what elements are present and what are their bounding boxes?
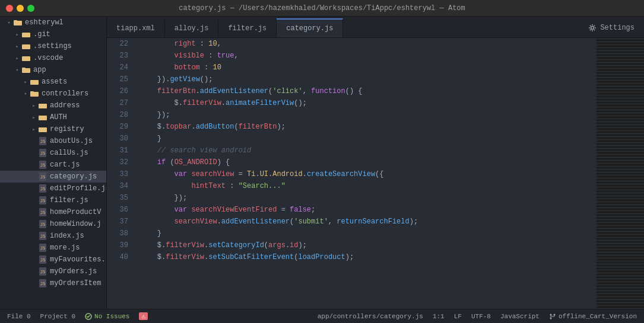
svg-rect-3 [22, 44, 30, 49]
sidebar-item-app[interactable]: ▾ app [0, 64, 106, 76]
svg-rect-2 [22, 33, 30, 37]
folder-open-icon [30, 89, 39, 98]
folder-icon [38, 113, 47, 122]
sidebar-item-label: more.js [50, 244, 80, 252]
tab-tiapp[interactable]: tiapp.xml [107, 18, 165, 37]
tab-alloy[interactable]: alloy.js [165, 18, 219, 37]
sidebar-item-myorders[interactable]: ▸ JS myOrders.js [0, 266, 106, 277]
sidebar-item-label: .vscode [33, 54, 63, 62]
svg-text:JS: JS [40, 258, 45, 263]
svg-text:JS: JS [40, 199, 45, 203]
settings-tab[interactable]: Settings [579, 18, 644, 37]
sidebar-item-label: controllers [42, 89, 88, 98]
code-line-33: var searchView = Ti.UI.Android.createSea… [140, 168, 597, 180]
status-no-issues[interactable]: No Issues [85, 313, 129, 320]
sidebar-item-label: editProfile.js [50, 184, 106, 193]
file-tree: ▾ eshterywl ▸ .git ▸ .settings [0, 17, 107, 309]
sidebar-item-homewindow[interactable]: ▸ JS homeWindow.j [0, 218, 106, 230]
gear-icon [588, 24, 597, 32]
sidebar-item-category[interactable]: ▸ JS category.js [0, 171, 106, 183]
svg-point-39 [591, 27, 594, 30]
code-line-39: $.filterViw.setCategoryId(args.id); [140, 239, 597, 251]
svg-point-42 [553, 314, 555, 315]
sidebar-item-label: cart.js [50, 161, 80, 169]
sidebar-item-address[interactable]: ▸ address [0, 100, 106, 111]
sidebar-item-label: app [33, 66, 46, 74]
code-line-25: }).getView(); [140, 73, 597, 85]
tab-category[interactable]: category.js [277, 18, 343, 37]
sidebar-item-settings[interactable]: ▸ .settings [0, 40, 106, 52]
js-file-icon: JS [38, 160, 47, 170]
svg-rect-4 [22, 56, 30, 61]
js-file-icon: JS [38, 255, 47, 264]
chevron-right-icon: ▸ [13, 54, 21, 62]
status-path: app/controllers/category.js [318, 313, 423, 320]
sidebar-item-controllers[interactable]: ▾ controllers [0, 88, 106, 100]
chevron-right-icon: ▸ [13, 42, 21, 50]
status-project[interactable]: Project 0 [40, 313, 75, 320]
folder-icon [30, 77, 39, 87]
sidebar-item-more[interactable]: ▸ JS more.js [0, 242, 106, 254]
status-encoding: UTF-8 [471, 313, 491, 320]
code-line-38: } [140, 228, 597, 239]
minimize-button[interactable] [17, 5, 24, 12]
js-file-icon: JS [38, 267, 47, 276]
sidebar-item-git[interactable]: ▸ .git [0, 28, 106, 40]
svg-rect-11 [39, 116, 47, 120]
svg-rect-7 [30, 80, 39, 85]
sidebar-item-homeproductv[interactable]: ▸ JS homeProductV [0, 206, 106, 218]
code-line-40: $.filterViw.setSubCatFilterEvent(loadPro… [140, 251, 597, 263]
js-file-icon: JS [38, 136, 47, 146]
status-error-badge[interactable]: ⚠ [139, 312, 148, 320]
folder-icon [38, 124, 47, 134]
svg-text:JS: JS [40, 234, 45, 239]
chevron-right-icon: ▸ [13, 30, 21, 39]
chevron-right-icon: ▸ [30, 101, 38, 110]
sidebar-item-label: .git [33, 30, 50, 39]
js-file-icon: JS [38, 148, 47, 158]
sidebar-item-aboutus[interactable]: ▸ JS aboutUs.js [0, 135, 106, 147]
tab-filter[interactable]: filter.js [218, 18, 277, 37]
sidebar-item-index[interactable]: ▸ JS index.js [0, 230, 106, 242]
chevron-right-icon: ▸ [21, 78, 30, 86]
sidebar-item-label: filter.js [50, 196, 88, 204]
minimap [597, 38, 644, 309]
sidebar-item-cart[interactable]: ▸ JS cart.js [0, 159, 106, 171]
sidebar-item-label: AUTH [50, 113, 67, 121]
svg-rect-9 [30, 92, 39, 97]
sidebar-item-auth[interactable]: ▸ AUTH [0, 111, 106, 123]
window-controls [6, 5, 34, 12]
js-file-icon: JS [38, 184, 47, 193]
status-line-ending: LF [454, 313, 462, 320]
code-lines[interactable]: right : 10, visible : true, bottom : 10 … [135, 38, 597, 309]
sidebar-item-vscode[interactable]: ▸ .vscode [0, 52, 106, 64]
sidebar-item-assets[interactable]: ▸ assets [0, 76, 106, 88]
svg-rect-10 [39, 104, 47, 108]
close-button[interactable] [6, 5, 13, 12]
chevron-down-icon: ▾ [13, 66, 21, 74]
titlebar: category.js — /Users/hazemkhaled/Workspa… [0, 0, 644, 17]
status-language[interactable]: JavaScript [500, 313, 540, 320]
code-line-22: right : 10, [140, 38, 597, 50]
folder-icon [21, 53, 31, 63]
svg-rect-1 [14, 21, 22, 25]
sidebar-item-myfavourites[interactable]: ▸ JS myFavourites. [0, 254, 106, 266]
sidebar-item-project-root[interactable]: ▾ eshterywl [0, 17, 106, 28]
sidebar-item-label: registry [50, 125, 84, 133]
sidebar-item-filter[interactable]: ▸ JS filter.js [0, 194, 106, 206]
status-file[interactable]: File 0 [7, 313, 31, 320]
code-line-32: if (OS_ANDROID) { [140, 156, 597, 168]
sidebar-item-registry[interactable]: ▸ registry [0, 123, 106, 135]
sidebar-item-callus[interactable]: ▸ JS callUs.js [0, 147, 106, 159]
code-line-34: hintText : "Search..." [140, 180, 597, 192]
code-editor[interactable]: 22 23 24 25 26 27 28 29 30 31 32 33 34 3… [107, 38, 644, 309]
folder-icon [38, 101, 47, 110]
svg-rect-6 [22, 68, 30, 73]
sidebar-item-editprofile[interactable]: ▸ JS editProfile.js [0, 183, 106, 194]
sidebar-item-myordersitem[interactable]: ▸ JS myOrdersItem [0, 277, 106, 289]
svg-point-43 [550, 317, 551, 319]
status-position: 1:1 [433, 313, 445, 320]
sidebar-item-label: homeWindow.j [50, 220, 101, 228]
maximize-button[interactable] [27, 5, 34, 12]
svg-text:JS: JS [40, 270, 45, 274]
